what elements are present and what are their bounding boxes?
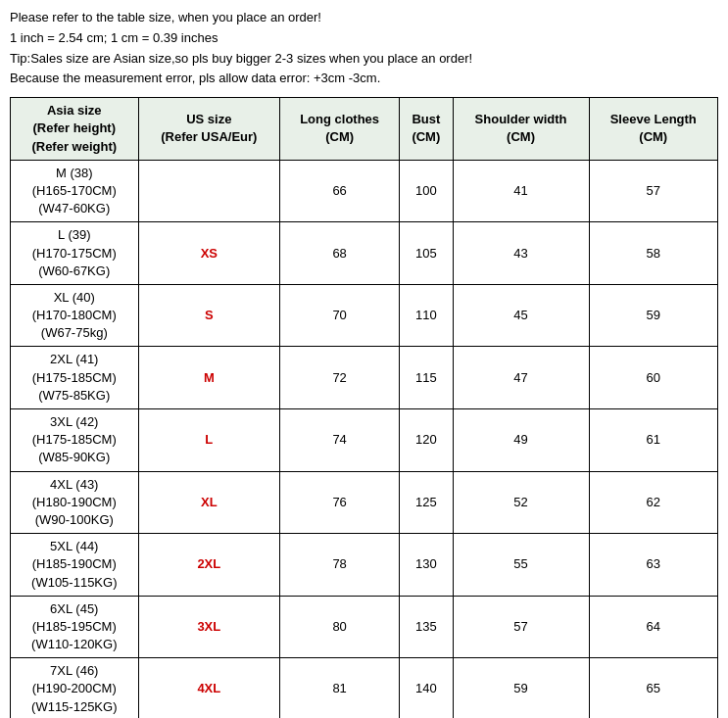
shoulder-cell: 55 [453, 534, 589, 597]
us-size-cell: 4XL [138, 658, 280, 718]
bust-cell: 120 [400, 409, 453, 472]
bust-cell: 135 [400, 596, 453, 658]
table-row: M (38)(H165-170CM)(W47-60KG)661004157 [11, 160, 718, 222]
bust-cell: 110 [400, 284, 453, 347]
asia-size-cell: 4XL (43)(H180-190CM)(W90-100KG) [11, 471, 139, 534]
shoulder-cell: 41 [453, 160, 589, 222]
long-cell: 72 [280, 347, 400, 409]
us-size-cell: M [138, 347, 280, 409]
asia-size-cell: 3XL (42)(H175-185CM)(W85-90KG) [11, 409, 139, 472]
sleeve-cell: 64 [589, 596, 718, 658]
asia-size-cell: XL (40)(H170-180CM)(W67-75kg) [11, 284, 139, 347]
shoulder-cell: 43 [453, 222, 589, 285]
asia-size-cell: 5XL (44)(H185-190CM)(W105-115KG) [11, 534, 139, 597]
us-size-cell: S [138, 284, 280, 347]
shoulder-cell: 59 [453, 658, 589, 718]
shoulder-cell: 47 [453, 347, 589, 409]
table-row: 3XL (42)(H175-185CM)(W85-90KG)L741204961 [11, 409, 718, 472]
header-asia: Asia size (Refer height) (Refer weight) [11, 98, 139, 161]
header-long-clothes: Long clothes (CM) [280, 98, 400, 161]
long-cell: 81 [280, 658, 400, 718]
long-cell: 76 [280, 471, 400, 534]
us-size-cell: XS [138, 222, 280, 285]
table-row: 7XL (46)(H190-200CM)(W115-125KG)4XL81140… [11, 658, 718, 718]
us-size-cell [138, 160, 280, 222]
us-size-cell: 3XL [138, 596, 280, 658]
sleeve-cell: 57 [589, 160, 718, 222]
sleeve-cell: 65 [589, 658, 718, 718]
notice-line1: Please refer to the table size, when you… [10, 8, 718, 28]
header-sleeve: Sleeve Length (CM) [589, 98, 718, 161]
shoulder-cell: 57 [453, 596, 589, 658]
header-bust: Bust (CM) [400, 98, 453, 161]
us-size-cell: L [138, 409, 280, 472]
long-cell: 70 [280, 284, 400, 347]
sleeve-cell: 61 [589, 409, 718, 472]
sleeve-cell: 60 [589, 347, 718, 409]
notice-line3-text: Tip:Sales size are Asian size,so pls buy… [10, 51, 472, 66]
bust-cell: 115 [400, 347, 453, 409]
bust-cell: 140 [400, 658, 453, 718]
long-cell: 80 [280, 596, 400, 658]
notice-block: Please refer to the table size, when you… [10, 8, 718, 89]
asia-size-cell: 2XL (41)(H175-185CM)(W75-85KG) [11, 347, 139, 409]
asia-size-cell: M (38)(H165-170CM)(W47-60KG) [11, 160, 139, 222]
sleeve-cell: 58 [589, 222, 718, 285]
table-row: 6XL (45)(H185-195CM)(W110-120KG)3XL80135… [11, 596, 718, 658]
notice-line2: 1 inch = 2.54 cm; 1 cm = 0.39 inches [10, 28, 718, 49]
header-shoulder: Shoulder width (CM) [453, 98, 589, 161]
bust-cell: 125 [400, 471, 453, 534]
long-cell: 78 [280, 534, 400, 597]
header-us: US size (Refer USA/Eur) [138, 98, 280, 161]
table-row: 2XL (41)(H175-185CM)(W75-85KG)M721154760 [11, 347, 718, 409]
sleeve-cell: 62 [589, 471, 718, 534]
shoulder-cell: 52 [453, 471, 589, 534]
sleeve-cell: 63 [589, 534, 718, 597]
shoulder-cell: 49 [453, 409, 589, 472]
size-table: Asia size (Refer height) (Refer weight) … [10, 97, 718, 718]
us-size-cell: 2XL [138, 534, 280, 597]
shoulder-cell: 45 [453, 284, 589, 347]
asia-size-cell: L (39)(H170-175CM)(W60-67KG) [11, 222, 139, 285]
long-cell: 68 [280, 222, 400, 285]
notice-line4: Because the measurement error, pls allow… [10, 69, 718, 89]
table-row: 4XL (43)(H180-190CM)(W90-100KG)XL7612552… [11, 471, 718, 534]
table-row: 5XL (44)(H185-190CM)(W105-115KG)2XL78130… [11, 534, 718, 597]
bust-cell: 100 [400, 160, 453, 222]
long-cell: 66 [280, 160, 400, 222]
sleeve-cell: 59 [589, 284, 718, 347]
asia-size-cell: 6XL (45)(H185-195CM)(W110-120KG) [11, 596, 139, 658]
table-row: L (39)(H170-175CM)(W60-67KG)XS681054358 [11, 222, 718, 285]
bust-cell: 130 [400, 534, 453, 597]
notice-line3: Tip:Sales size are Asian size,so pls buy… [10, 49, 718, 70]
main-container: Please refer to the table size, when you… [0, 0, 728, 718]
asia-size-cell: 7XL (46)(H190-200CM)(W115-125KG) [11, 658, 139, 718]
long-cell: 74 [280, 409, 400, 472]
bust-cell: 105 [400, 222, 453, 285]
table-row: XL (40)(H170-180CM)(W67-75kg)S701104559 [11, 284, 718, 347]
us-size-cell: XL [138, 471, 280, 534]
